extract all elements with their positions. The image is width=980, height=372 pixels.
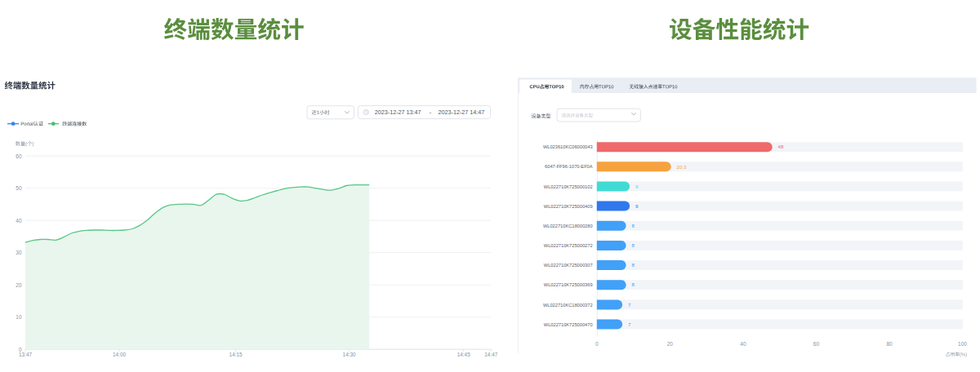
svg-text:14:30: 14:30	[343, 352, 356, 357]
svg-text:WL022710K725000409: WL022710K725000409	[544, 204, 593, 209]
svg-text:2023-12-27 13:47: 2023-12-27 13:47	[375, 108, 421, 116]
svg-text:6047-FF96-1070-EF0A: 6047-FF96-1070-EF0A	[545, 164, 593, 169]
svg-text:10: 10	[16, 314, 22, 320]
svg-text:60: 60	[813, 341, 820, 347]
svg-text:14:47: 14:47	[484, 352, 497, 357]
svg-text:30: 30	[16, 250, 22, 255]
svg-text:0: 0	[595, 341, 599, 347]
svg-text:WL022710K725000272: WL022710K725000272	[544, 243, 593, 248]
svg-text:13:47: 13:47	[19, 352, 32, 357]
svg-text:40: 40	[16, 218, 22, 224]
svg-text:WL022710K725000369: WL022710K725000369	[544, 282, 593, 287]
svg-text:14:00: 14:00	[113, 352, 126, 357]
svg-text:100: 100	[958, 341, 967, 347]
svg-text:WL022710KC18000372: WL022710KC18000372	[543, 303, 593, 308]
svg-text:WL022710K725000307: WL022710K725000307	[544, 263, 593, 268]
svg-text:20: 20	[16, 282, 22, 288]
svg-text:WL022710K725000470: WL022710K725000470	[544, 322, 593, 327]
svg-text:WL023610KC06000043: WL023610KC06000043	[543, 144, 593, 149]
svg-text:20.3: 20.3	[677, 165, 687, 170]
svg-text:20: 20	[667, 341, 674, 347]
svg-text:60: 60	[16, 153, 22, 159]
svg-text:50: 50	[16, 185, 22, 191]
svg-text:14:45: 14:45	[457, 352, 470, 357]
svg-text:48: 48	[778, 144, 784, 149]
svg-text:14:15: 14:15	[229, 352, 243, 357]
svg-text:WL022710K725000102: WL022710K725000102	[544, 184, 593, 189]
svg-text:40: 40	[740, 341, 746, 347]
svg-text:WL022710KC18000280: WL022710KC18000280	[543, 224, 593, 228]
svg-text:2023-12-27 14:47: 2023-12-27 14:47	[439, 108, 485, 116]
svg-text:80: 80	[886, 341, 893, 347]
